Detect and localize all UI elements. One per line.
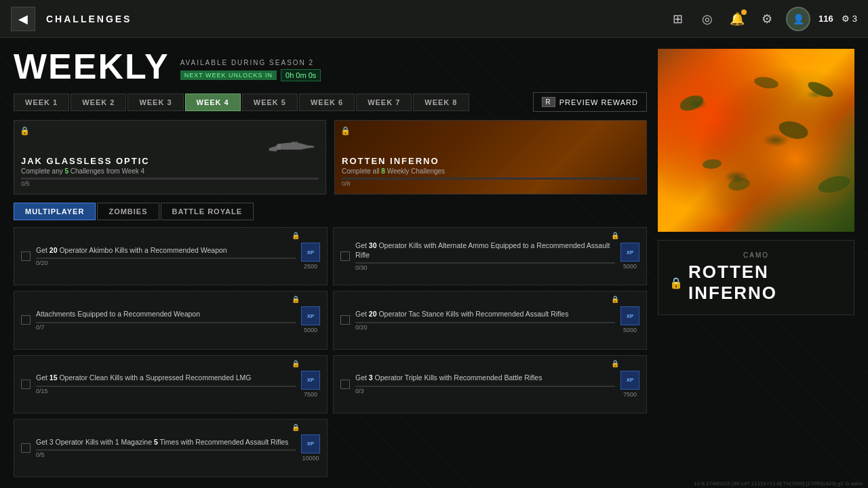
challenge-xp-akimbo: XP 2500 bbox=[301, 243, 320, 270]
svg-rect-3 bbox=[658, 49, 854, 232]
xp-icon-alt-ammo: XP bbox=[620, 243, 639, 262]
week-tab-4[interactable]: WEEK 4 bbox=[185, 94, 241, 111]
mode-tab-multiplayer[interactable]: MULTIPLAYER bbox=[14, 203, 96, 220]
challenge-item-alt-ammo: Get 30 Operator Kills with Alternate Amm… bbox=[333, 227, 647, 285]
left-panel: WEEKLY AVAILABLE DURING SEASON 2 NEXT WE… bbox=[14, 49, 647, 477]
challenge-text-akimbo: Get 20 Operator Akimbo Kills with a Reco… bbox=[36, 246, 296, 256]
app-container: ◀ CHALLENGES ⊞ ◎ 🔔 ⚙ 👤 116 ⚙ 3 bbox=[0, 0, 868, 488]
notification-icon-button[interactable]: 🔔 bbox=[726, 8, 748, 30]
right-panel: CAMO 🔒 ROTTEN INFERNO bbox=[658, 49, 854, 477]
svg-point-6 bbox=[728, 176, 751, 192]
unlock-badge: NEXT WEEK UNLOCKS IN 0h 0m 0s bbox=[180, 69, 321, 81]
topbar-right: ⊞ ◎ 🔔 ⚙ 👤 116 ⚙ 3 bbox=[667, 7, 857, 31]
challenge-lock-akimbo: 🔒 bbox=[292, 232, 300, 239]
card-lock-icon: 🔒 bbox=[20, 126, 30, 136]
week-tab-8[interactable]: WEEK 8 bbox=[413, 94, 469, 111]
svg-point-9 bbox=[753, 75, 779, 90]
xp-value-magazine: 10000 bbox=[302, 455, 319, 462]
challenge-progress-text-attachments: 0/7 bbox=[36, 324, 296, 331]
reward-title-rotten: ROTTEN INFERNO bbox=[342, 156, 639, 166]
clan-icon: ⚙ bbox=[842, 14, 850, 24]
challenge-progress-bar-tac-stance bbox=[355, 322, 615, 323]
challenge-info-triple-kills: Get 3 Operator Triple Kills with Recomme… bbox=[355, 373, 615, 394]
challenge-info-alt-ammo: Get 30 Operator Kills with Alternate Amm… bbox=[355, 241, 615, 271]
camo-lock-icon: 🔒 bbox=[669, 277, 683, 289]
challenge-item-tac-stance: Get 20 Operator Tac Stance Kills with Re… bbox=[333, 291, 647, 349]
xp-icon-tac-stance: XP bbox=[620, 306, 639, 325]
preview-reward-button[interactable]: R PREVIEW REWARD bbox=[533, 92, 648, 112]
challenge-text-clean-kills: Get 15 Operator Clean Kills with a Suppr… bbox=[36, 373, 296, 383]
week-tab-5[interactable]: WEEK 5 bbox=[242, 94, 298, 111]
challenge-checkbox-attachments[interactable] bbox=[21, 315, 31, 325]
settings-icon: ⚙ bbox=[762, 12, 772, 26]
xp-value-akimbo: 2500 bbox=[304, 263, 317, 270]
challenge-info-magazine: Get 3 Operator Kills with 1 Magazine 5 T… bbox=[36, 438, 296, 459]
challenge-checkbox-triple-kills[interactable] bbox=[340, 380, 350, 389]
week-tab-3[interactable]: WEEK 3 bbox=[127, 94, 183, 111]
r-key-label: R bbox=[542, 97, 555, 107]
settings-icon-button[interactable]: ⚙ bbox=[756, 8, 778, 30]
week-tab-1[interactable]: WEEK 1 bbox=[14, 94, 69, 111]
player-level: 116 bbox=[818, 14, 833, 24]
week-tabs: WEEK 1 WEEK 2 WEEK 3 WEEK 4 WEEK 5 WEEK … bbox=[14, 92, 647, 112]
xp-icon-magazine: XP bbox=[301, 434, 320, 453]
svg-point-8 bbox=[702, 159, 722, 169]
grid-icon-button[interactable]: ⊞ bbox=[667, 8, 688, 30]
season-label: AVAILABLE DURING SEASON 2 bbox=[180, 59, 321, 66]
back-icon: ◀ bbox=[18, 12, 28, 26]
camo-type-label: CAMO bbox=[743, 251, 769, 259]
camo-svg-overlay bbox=[658, 49, 854, 232]
challenge-text-attachments: Attachments Equipped to a Recommended We… bbox=[36, 310, 296, 319]
mode-tab-battle-royale[interactable]: BATTLE ROYALE bbox=[161, 203, 254, 220]
unlock-label: NEXT WEEK UNLOCKS IN bbox=[180, 70, 277, 80]
svg-point-5 bbox=[777, 119, 810, 142]
xp-icon-triple-kills: XP bbox=[620, 371, 639, 390]
week-tab-7[interactable]: WEEK 7 bbox=[356, 94, 412, 111]
headset-icon-button[interactable]: ◎ bbox=[696, 8, 718, 30]
progress-bar-jak-container bbox=[21, 178, 319, 180]
camo-preview bbox=[658, 49, 854, 232]
svg-rect-2 bbox=[658, 49, 854, 232]
challenge-info-akimbo: Get 20 Operator Akimbo Kills with a Reco… bbox=[36, 246, 296, 267]
challenge-progress-text-clean-kills: 0/15 bbox=[36, 388, 296, 394]
xp-icon-attachments: XP bbox=[301, 306, 320, 325]
challenge-info-tac-stance: Get 20 Operator Tac Stance Kills with Re… bbox=[355, 310, 615, 331]
notification-badge bbox=[741, 9, 747, 15]
section-meta: AVAILABLE DURING SEASON 2 NEXT WEEK UNLO… bbox=[180, 59, 321, 84]
challenge-progress-text-alt-ammo: 0/30 bbox=[355, 264, 615, 271]
challenge-checkbox-tac-stance[interactable] bbox=[340, 315, 350, 325]
clan-count: 3 bbox=[852, 14, 857, 24]
grid-icon: ⊞ bbox=[673, 12, 683, 26]
section-header: WEEKLY AVAILABLE DURING SEASON 2 NEXT WE… bbox=[14, 49, 647, 84]
debug-info: 10.8.17460325 [38:147:11151+11:8] Th[720… bbox=[694, 481, 863, 487]
challenge-item-magazine: Get 3 Operator Kills with 1 Magazine 5 T… bbox=[14, 419, 328, 477]
headset-icon: ◎ bbox=[702, 12, 713, 26]
camo-name-row: 🔒 ROTTEN INFERNO bbox=[669, 262, 843, 304]
challenge-checkbox-clean-kills[interactable] bbox=[21, 380, 31, 389]
challenge-lock-alt-ammo: 🔒 bbox=[611, 232, 619, 239]
challenge-xp-clean-kills: XP 7500 bbox=[301, 371, 320, 398]
clan-info: ⚙ 3 bbox=[842, 14, 857, 24]
challenge-text-alt-ammo: Get 30 Operator Kills with Alternate Amm… bbox=[355, 241, 615, 260]
challenge-checkbox-akimbo[interactable] bbox=[21, 251, 31, 261]
challenge-progress-text-tac-stance: 0/20 bbox=[355, 324, 615, 331]
camo-info: CAMO 🔒 ROTTEN INFERNO bbox=[658, 240, 854, 315]
challenge-item-triple-kills: Get 3 Operator Triple Kills with Recomme… bbox=[333, 355, 647, 413]
challenge-checkbox-alt-ammo[interactable] bbox=[340, 251, 350, 261]
week-tab-6[interactable]: WEEK 6 bbox=[299, 94, 355, 111]
reward-desc-rotten: Complete all 8 Weekly Challenges bbox=[342, 167, 639, 175]
progress-bar-rotten-container bbox=[342, 178, 639, 180]
progress-text-jak: 0/5 bbox=[21, 180, 319, 187]
page-title: CHALLENGES bbox=[46, 14, 132, 24]
unlock-timer: 0h 0m 0s bbox=[281, 69, 321, 81]
svg-point-7 bbox=[806, 79, 835, 100]
svg-rect-1 bbox=[292, 142, 298, 144]
week-tab-2[interactable]: WEEK 2 bbox=[71, 94, 126, 111]
challenge-xp-tac-stance: XP 5000 bbox=[620, 306, 639, 333]
back-button[interactable]: ◀ bbox=[11, 7, 35, 31]
mode-tab-zombies[interactable]: ZOMBIES bbox=[97, 203, 159, 220]
challenge-item-attachments: Attachments Equipped to a Recommended We… bbox=[14, 291, 328, 349]
xp-value-attachments: 5000 bbox=[304, 327, 317, 333]
reward-desc-jak: Complete any 5 Challenges from Week 4 bbox=[21, 167, 319, 175]
challenge-checkbox-magazine[interactable] bbox=[21, 443, 31, 453]
